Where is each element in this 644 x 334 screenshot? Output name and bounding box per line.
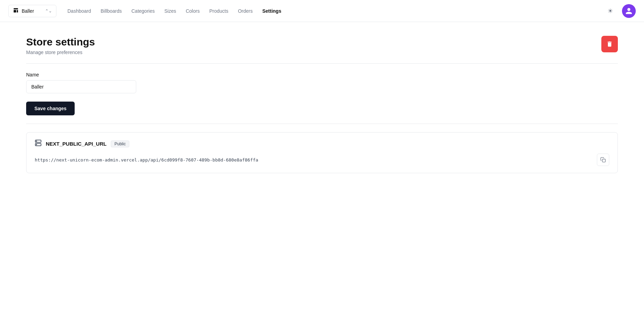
sun-icon: ☀	[608, 7, 613, 15]
page-title: Store settings	[26, 36, 95, 48]
name-input[interactable]	[26, 80, 136, 93]
copy-url-button[interactable]	[597, 154, 609, 166]
api-url-row: https://next-unicorn-ecom-admin.vercel.a…	[35, 154, 609, 166]
nav-orders[interactable]: Orders	[238, 8, 253, 14]
page-header-text: Store settings Manage store preferences	[26, 36, 95, 55]
svg-rect-4	[602, 159, 605, 162]
nav-sizes[interactable]: Sizes	[164, 8, 176, 14]
nav-categories[interactable]: Categories	[131, 8, 155, 14]
nav-links: Dashboard Billboards Categories Sizes Co…	[67, 8, 604, 14]
store-selector[interactable]: Baller ⌃⌄	[8, 5, 56, 17]
nav-settings[interactable]: Settings	[262, 8, 281, 14]
nav-billboards[interactable]: Billboards	[101, 8, 122, 14]
api-card: NEXT_PUBLIC_API_URL Public https://next-…	[26, 132, 618, 173]
nav-dashboard[interactable]: Dashboard	[67, 8, 91, 14]
save-changes-button[interactable]: Save changes	[26, 102, 75, 115]
store-icon	[13, 7, 19, 15]
chevron-icon: ⌃⌄	[45, 9, 52, 13]
delete-store-button[interactable]	[601, 36, 618, 52]
svg-point-2	[36, 141, 37, 142]
api-url: https://next-unicorn-ecom-admin.vercel.a…	[35, 157, 258, 163]
theme-toggle-button[interactable]: ☀	[604, 5, 616, 17]
nav-colors[interactable]: Colors	[186, 8, 200, 14]
navbar: Baller ⌃⌄ Dashboard Billboards Categorie…	[0, 0, 644, 22]
avatar[interactable]	[622, 4, 636, 18]
page-subtitle: Manage store preferences	[26, 50, 95, 55]
header-divider	[26, 63, 618, 64]
server-icon	[35, 139, 42, 148]
api-card-header: NEXT_PUBLIC_API_URL Public	[35, 139, 609, 148]
name-label: Name	[26, 72, 618, 77]
page-header: Store settings Manage store preferences	[26, 36, 618, 55]
api-badge: Public	[111, 140, 130, 147]
main-content: Store settings Manage store preferences …	[12, 22, 632, 187]
store-name: Baller	[22, 8, 42, 14]
name-form-group: Name	[26, 72, 618, 93]
navbar-right: ☀	[604, 4, 636, 18]
api-name: NEXT_PUBLIC_API_URL	[46, 141, 107, 147]
svg-point-3	[36, 144, 37, 145]
nav-products[interactable]: Products	[209, 8, 228, 14]
form-divider	[26, 124, 618, 124]
